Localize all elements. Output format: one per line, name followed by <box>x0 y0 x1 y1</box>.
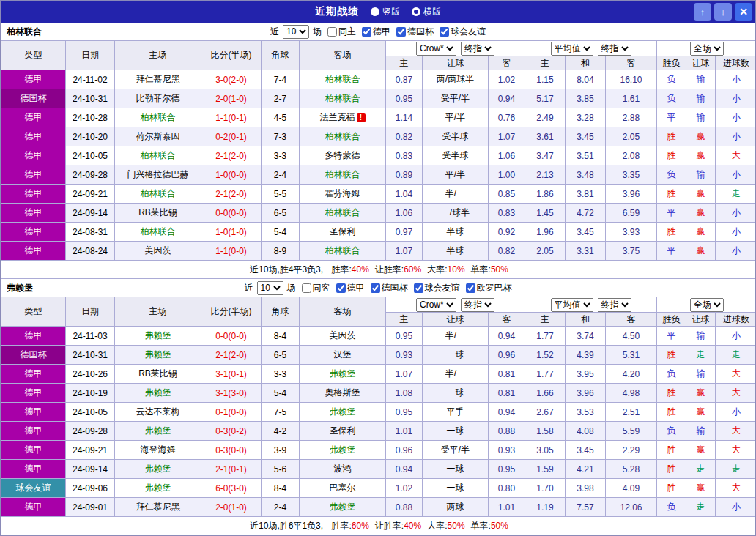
result-subheader-1: 让球 <box>686 56 716 70</box>
home-team-cell[interactable]: 柏林联合 <box>115 108 201 127</box>
league-filter-checkbox-input[interactable] <box>362 27 371 37</box>
same-venue-checkbox[interactable]: 同主 <box>327 26 356 38</box>
result-handicap: 赢 <box>686 127 716 146</box>
home-team-cell[interactable]: 弗赖堡 <box>115 422 201 441</box>
away-team-cell[interactable]: 波鸿 <box>300 460 386 479</box>
result-outcome: 胜 <box>657 441 686 460</box>
home-team-cell[interactable]: 拜仁慕尼黑 <box>115 498 201 517</box>
away-team-cell[interactable]: 奥格斯堡 <box>300 384 386 403</box>
away-team-cell[interactable]: 柏林联合 <box>300 89 386 108</box>
asian-odds-source-select[interactable]: 终指 <box>461 298 494 312</box>
away-team-cell[interactable]: 巴塞尔 <box>300 479 386 498</box>
home-team-cell[interactable]: 荷尔斯泰因 <box>115 127 201 146</box>
league-cell: 德甲 <box>1 108 66 127</box>
home-team-cell[interactable]: 弗赖堡 <box>115 327 201 346</box>
result-goals: 小 <box>716 242 756 261</box>
away-team-cell[interactable]: 弗赖堡 <box>300 365 386 384</box>
home-team-cell[interactable]: 云达不莱梅 <box>115 403 201 422</box>
home-team-cell[interactable]: RB莱比锡 <box>115 204 201 223</box>
match-row: 德甲24-08-31柏林联合1-0(1-0)5-4圣保利0.97半球0.921.… <box>1 223 756 242</box>
asian-home-odds: 0.95 <box>386 403 423 422</box>
home-team-cell[interactable]: 弗赖堡 <box>115 346 201 365</box>
summary-stat-label: 胜率: <box>331 264 351 275</box>
euro-odds-source-select[interactable]: 平均值 <box>551 42 593 56</box>
home-team-cell[interactable]: 弗赖堡 <box>115 479 201 498</box>
euro-home-odds: 1.77 <box>525 365 566 384</box>
league-filter-checkbox-input[interactable] <box>336 283 346 293</box>
summary-row: 近10场,胜4平3负3, 胜率:40%让胜率:60%大率:10%单率:50% <box>1 261 756 279</box>
league-filter-checkbox-input[interactable] <box>440 27 449 37</box>
asian-odds-source-select[interactable]: 终指 <box>461 42 494 56</box>
same-venue-checkbox[interactable]: 同客 <box>302 282 330 294</box>
away-team-cell[interactable]: 法兰克福! <box>300 108 386 127</box>
summary-stat-value: 40% <box>352 264 369 275</box>
layout-horizontal-radio[interactable]: 横版 <box>412 6 441 18</box>
same-venue-checkbox-input[interactable] <box>302 283 311 293</box>
scope-select[interactable]: 全场 <box>690 298 724 312</box>
home-team-cell[interactable]: 拜仁慕尼黑 <box>115 70 201 89</box>
away-team-cell[interactable]: 弗赖堡 <box>300 441 386 460</box>
close-button[interactable]: ✕ <box>735 3 752 21</box>
league-filter-checkbox[interactable]: 德甲 <box>336 282 365 294</box>
score-cell: 2-1(2-0) <box>201 346 262 365</box>
match-count-select[interactable]: 10 <box>257 281 284 295</box>
same-venue-checkbox-input[interactable] <box>327 27 337 37</box>
home-team-cell[interactable]: 柏林联合 <box>115 146 201 165</box>
away-team-cell[interactable]: 多特蒙德 <box>300 146 386 165</box>
home-team-cell[interactable]: 弗赖堡 <box>115 384 201 403</box>
home-team-cell[interactable]: 弗赖堡 <box>115 460 201 479</box>
league-filter-checkbox-input[interactable] <box>371 283 380 293</box>
euro-away-odds: 5.59 <box>606 422 657 441</box>
home-team-cell[interactable]: 门兴格拉德巴赫 <box>115 165 201 185</box>
section-header: 柏林联合近10场同主德甲德国杯球会友谊 <box>1 23 755 40</box>
away-team-cell[interactable]: 汉堡 <box>300 346 386 365</box>
home-team-cell[interactable]: 柏林联合 <box>115 223 201 242</box>
league-filter-checkbox-input[interactable] <box>396 27 406 37</box>
home-team-cell[interactable]: 比勒菲尔德 <box>115 89 201 108</box>
league-filter-checkbox[interactable]: 德国杯 <box>396 26 434 38</box>
home-team-cell[interactable]: 柏林联合 <box>115 185 201 204</box>
score-cell: 2-0(1-0) <box>201 498 262 517</box>
league-filter-checkbox-input[interactable] <box>414 283 423 293</box>
match-count-select[interactable]: 10 <box>283 25 309 39</box>
euro-odds-source-select[interactable]: 平均值 <box>551 298 593 312</box>
home-team-cell[interactable]: 美因茨 <box>115 242 201 261</box>
away-team-cell[interactable]: 霍芬海姆 <box>300 185 386 204</box>
away-team-cell[interactable]: 柏林联合 <box>300 204 386 223</box>
asian-odds-source-select[interactable]: Crow* <box>416 42 456 56</box>
away-team-cell[interactable]: 柏林联合 <box>300 70 386 89</box>
away-team-cell[interactable]: 柏林联合 <box>300 242 386 261</box>
scope-select[interactable]: 全场 <box>690 42 724 56</box>
move-down-button[interactable]: ↓ <box>714 3 732 21</box>
league-filter-checkbox[interactable]: 球会友谊 <box>414 282 460 294</box>
league-filter-checkbox[interactable]: 球会友谊 <box>440 26 486 38</box>
league-filter-checkbox[interactable]: 德国杯 <box>371 282 408 294</box>
euro-odds-source-select[interactable]: 终指 <box>598 298 631 312</box>
away-team-cell[interactable]: 柏林联合 <box>300 165 386 185</box>
asian-home-odds: 0.93 <box>386 346 423 365</box>
away-team-cell[interactable]: 柏林联合 <box>300 127 386 146</box>
asian-odds-source-select[interactable]: Crow* <box>416 298 456 312</box>
summary-stat: 单率:50% <box>471 521 508 531</box>
away-team-cell[interactable]: 圣保利 <box>300 422 386 441</box>
asian-away-odds: 0.85 <box>489 185 525 204</box>
away-team-cell[interactable]: 弗赖堡 <box>300 403 386 422</box>
league-filter-checkbox[interactable]: 欧罗巴杯 <box>466 282 512 294</box>
away-team-cell[interactable]: 弗赖堡 <box>300 498 386 517</box>
league-filter-checkbox-input[interactable] <box>466 283 475 293</box>
layout-vertical-radio[interactable]: 竖版 <box>371 6 400 18</box>
asian-away-odds: 0.96 <box>489 346 525 365</box>
league-filter-checkbox[interactable]: 德甲 <box>362 26 390 38</box>
result-outcome: 平 <box>657 242 686 261</box>
asian-away-odds: 1.06 <box>489 146 525 165</box>
home-team-cell[interactable]: RB莱比锡 <box>115 365 201 384</box>
score-cell: 2-1(2-0) <box>201 146 262 165</box>
away-team-cell[interactable]: 美因茨 <box>300 327 386 346</box>
home-team-cell[interactable]: 海登海姆 <box>115 441 201 460</box>
asian-home-odds: 1.01 <box>386 422 423 441</box>
away-team-cell[interactable]: 圣保利 <box>300 223 386 242</box>
move-up-button[interactable]: ↑ <box>694 3 711 21</box>
asian-subheader-2: 客 <box>489 313 525 327</box>
euro-odds-source-select[interactable]: 终指 <box>598 42 631 56</box>
arrow-down-icon: ↓ <box>721 7 726 18</box>
